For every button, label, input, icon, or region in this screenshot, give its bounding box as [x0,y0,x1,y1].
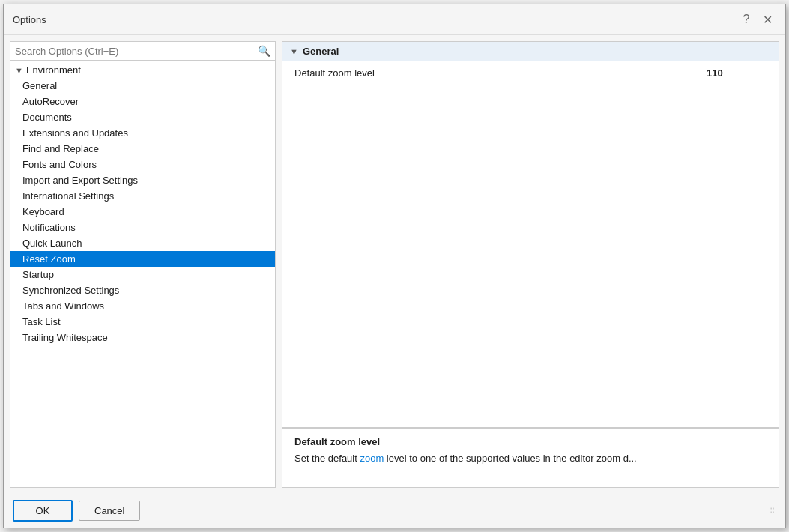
tree-item-notifications[interactable]: Notifications [10,220,275,235]
section-chevron-icon: ▼ [290,47,298,56]
tree-item-documents[interactable]: Documents [10,109,275,125]
setting-value-zoom: 110 [707,67,767,79]
tree-parent-environment[interactable]: ▼ Environment [10,62,275,78]
tree-parent-label: Environment [26,64,81,76]
tree-item-label: Startup [22,269,54,280]
search-icon: 🔍 [258,45,270,57]
tree-item-label: Tabs and Windows [22,300,104,312]
right-panel: ▼ General Default zoom level 110 Default… [282,41,779,488]
tree-item-label: Trailing Whitespace [22,332,108,343]
tree-item-label: AutoRecover [22,96,79,107]
tree-item-autorecover[interactable]: AutoRecover [10,94,275,109]
title-bar-buttons: ? ✕ [737,10,776,28]
tree-item-international[interactable]: International Settings [10,188,275,204]
help-button[interactable]: ? [737,10,755,28]
tree-item-label: Notifications [22,222,76,233]
main-content: 🔍 ▼ Environment General AutoRecover Docu… [4,35,785,494]
tree-item-import-export[interactable]: Import and Export Settings [10,172,275,188]
tree-item-label: International Settings [22,190,114,202]
ok-button[interactable]: OK [13,500,73,522]
tree-item-label: Quick Launch [22,238,82,249]
section-title: General [303,46,339,57]
close-button[interactable]: ✕ [758,10,776,28]
setting-row-zoom: Default zoom level 110 [282,61,779,85]
tree-item-quick-launch[interactable]: Quick Launch [10,235,275,251]
footer: OK Cancel ⠿ [4,494,785,528]
tree-item-reset-zoom[interactable]: Reset Zoom [10,251,275,267]
tree-item-label: General [22,80,57,91]
tree-item-label: Import and Export Settings [22,175,138,186]
resize-grip-icon: ⠿ [768,505,776,516]
options-dialog: Options ? ✕ 🔍 ▼ Environment General [3,4,786,528]
dialog-title: Options [13,14,46,25]
tree-item-extensions[interactable]: Extensions and Updates [10,125,275,141]
tree-item-label: Extensions and Updates [22,127,128,139]
settings-area: ▼ General Default zoom level 110 [282,42,779,427]
tree-item-task-list[interactable]: Task List [10,314,275,330]
title-bar: Options ? ✕ [4,4,785,35]
tree-item-label: Synchronized Settings [22,285,119,296]
cancel-button[interactable]: Cancel [79,501,140,521]
tree-item-keyboard[interactable]: Keyboard [10,204,275,220]
tree-item-tabs-windows[interactable]: Tabs and Windows [10,298,275,314]
tree-item-label: Documents [22,112,72,123]
search-input[interactable] [15,46,258,57]
highlight-zoom: zoom [360,453,384,464]
tree-item-label: Fonts and Colors [22,159,97,170]
chevron-down-icon: ▼ [15,66,23,75]
search-box[interactable]: 🔍 [10,42,275,61]
tree-area: ▼ Environment General AutoRecover Docume… [10,61,275,487]
tree-item-find-replace[interactable]: Find and Replace [10,141,275,157]
tree-item-general[interactable]: General [10,78,275,94]
setting-label-zoom: Default zoom level [294,67,707,79]
tree-item-label: Keyboard [22,206,64,217]
tree-item-startup[interactable]: Startup [10,267,275,282]
tree-item-label: Task List [22,316,61,327]
tree-item-label: Find and Replace [22,143,99,154]
section-header: ▼ General [282,42,779,61]
tree-item-fonts-colors[interactable]: Fonts and Colors [10,157,275,172]
description-title: Default zoom level [294,436,767,447]
left-panel: 🔍 ▼ Environment General AutoRecover Docu… [10,41,276,488]
tree-item-label: Reset Zoom [22,253,76,265]
description-area: Default zoom level Set the default zoom … [282,427,779,487]
tree-item-synchronized[interactable]: Synchronized Settings [10,282,275,298]
tree-item-trailing-whitespace[interactable]: Trailing Whitespace [10,330,275,345]
description-text: Set the default zoom level to one of the… [294,452,767,465]
